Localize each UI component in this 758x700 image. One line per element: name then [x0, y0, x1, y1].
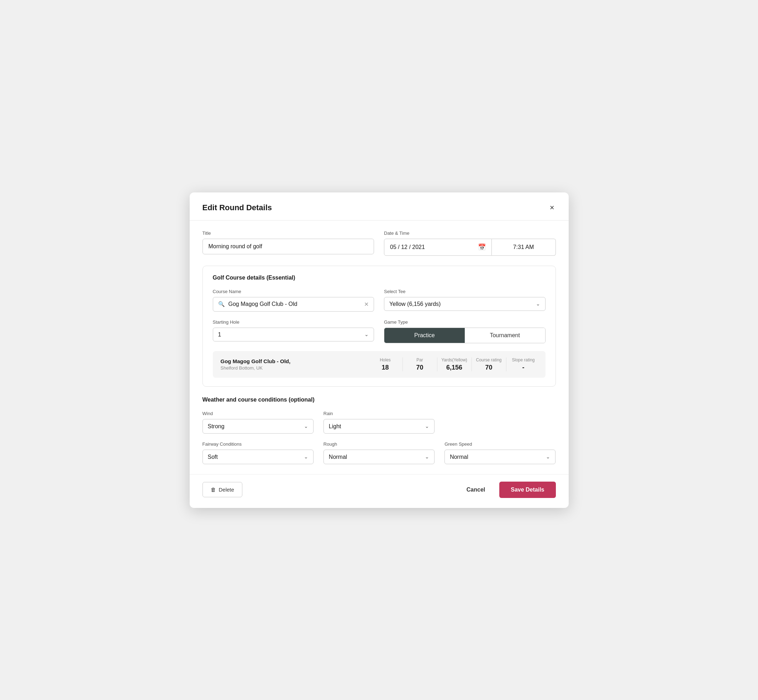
fairway-dropdown-wrapper[interactable]: Soft Normal Firm ⌄	[202, 450, 313, 464]
footer-right: Cancel Save Details	[461, 481, 556, 498]
fairway-group: Fairway Conditions Soft Normal Firm ⌄	[202, 441, 313, 464]
wind-rain-row: Wind Strong Light None ⌄ Rain Li	[202, 411, 556, 434]
yards-label: Yards(Yellow)	[441, 358, 467, 362]
rough-dropdown[interactable]: Normal Long Short	[329, 454, 422, 460]
course-name-col: Gog Magog Golf Club - Old, Shelford Bott…	[221, 358, 371, 370]
par-value: 70	[416, 364, 423, 371]
green-speed-group: Green Speed Normal Fast Slow ⌄	[445, 441, 556, 464]
wind-label: Wind	[202, 411, 313, 416]
starting-hole-label: Starting Hole	[213, 319, 374, 325]
rough-label: Rough	[324, 441, 434, 447]
rain-chevron-icon: ⌄	[425, 423, 429, 429]
select-tee-label: Select Tee	[384, 289, 545, 294]
chevron-down-icon: ⌄	[536, 301, 540, 306]
rain-label: Rain	[324, 411, 434, 416]
wind-chevron-icon: ⌄	[304, 423, 308, 429]
close-button[interactable]: ×	[548, 202, 556, 213]
rain-dropdown-wrapper[interactable]: Light None Heavy ⌄	[324, 419, 434, 434]
hole-gametype-row: Starting Hole 1 ⌄ Game Type Practice Tou…	[213, 319, 545, 343]
date-value: 05 / 12 / 2021	[390, 244, 478, 250]
rough-dropdown-wrapper[interactable]: Normal Long Short ⌄	[324, 450, 434, 464]
edit-round-modal: Edit Round Details × Title Date & Time 0…	[190, 192, 568, 508]
game-type-group: Game Type Practice Tournament	[384, 319, 545, 343]
wind-group: Wind Strong Light None ⌄	[202, 411, 313, 434]
fairway-dropdown[interactable]: Soft Normal Firm	[208, 454, 301, 460]
yards-stat: Yards(Yellow) 6,156	[440, 358, 469, 371]
course-name-label: Course Name	[213, 289, 374, 294]
divider-2	[437, 358, 437, 371]
trash-icon: 🗑	[211, 487, 216, 493]
modal-body: Title Date & Time 05 / 12 / 2021 📅 7:31 …	[190, 220, 568, 474]
time-value: 7:31 AM	[513, 244, 534, 250]
practice-button[interactable]: Practice	[384, 328, 465, 343]
course-name-group: Course Name 🔍 ✕	[213, 289, 374, 312]
course-rating-label: Course rating	[476, 358, 501, 362]
rain-group: Rain Light None Heavy ⌄	[324, 411, 434, 434]
golf-section-title: Golf Course details (Essential)	[213, 275, 545, 281]
starting-hole-dropdown[interactable]: 1	[218, 331, 365, 338]
slope-rating-stat: Slope rating -	[509, 358, 538, 371]
clear-icon[interactable]: ✕	[364, 301, 369, 308]
holes-value: 18	[382, 364, 388, 371]
par-stat: Par 70	[406, 358, 434, 371]
green-speed-dropdown[interactable]: Normal Fast Slow	[450, 454, 543, 460]
select-tee-wrapper[interactable]: Yellow (6,156 yards) ⌄	[384, 297, 545, 311]
holes-stat: Holes 18	[371, 358, 399, 371]
rain-dropdown[interactable]: Light None Heavy	[329, 423, 422, 429]
weather-section: Weather and course conditions (optional)…	[202, 397, 556, 464]
title-group: Title	[202, 230, 374, 256]
datetime-label: Date & Time	[384, 230, 556, 236]
wind-dropdown-wrapper[interactable]: Strong Light None ⌄	[202, 419, 313, 434]
title-label: Title	[202, 230, 374, 236]
course-name-main: Gog Magog Golf Club - Old,	[221, 358, 371, 364]
divider-1	[402, 358, 403, 371]
golf-course-section: Golf Course details (Essential) Course N…	[202, 266, 556, 387]
green-chevron-icon: ⌄	[546, 454, 550, 459]
rough-group: Rough Normal Long Short ⌄	[324, 441, 434, 464]
fairway-label: Fairway Conditions	[202, 441, 313, 447]
tournament-button[interactable]: Tournament	[465, 328, 545, 343]
starting-hole-wrapper[interactable]: 1 ⌄	[213, 328, 374, 341]
delete-label: Delete	[219, 487, 234, 493]
modal-title: Edit Round Details	[202, 203, 272, 212]
course-rating-stat: Course rating 70	[475, 358, 503, 371]
fairway-rough-green-row: Fairway Conditions Soft Normal Firm ⌄ Ro…	[202, 441, 556, 464]
select-tee-group: Select Tee Yellow (6,156 yards) ⌄	[384, 289, 545, 312]
game-type-toggle: Practice Tournament	[384, 328, 545, 343]
date-time-wrapper: 05 / 12 / 2021 📅 7:31 AM	[384, 239, 556, 256]
save-button[interactable]: Save Details	[499, 481, 556, 498]
course-name-input-wrapper[interactable]: 🔍 ✕	[213, 297, 374, 312]
time-input[interactable]: 7:31 AM	[492, 239, 556, 256]
cancel-button[interactable]: Cancel	[461, 483, 491, 497]
title-input[interactable]	[202, 239, 374, 254]
course-info-box: Gog Magog Golf Club - Old, Shelford Bott…	[213, 351, 545, 378]
datetime-group: Date & Time 05 / 12 / 2021 📅 7:31 AM	[384, 230, 556, 256]
wind-dropdown[interactable]: Strong Light None	[208, 423, 301, 429]
starting-hole-group: Starting Hole 1 ⌄	[213, 319, 374, 343]
par-label: Par	[417, 358, 423, 362]
modal-header: Edit Round Details ×	[190, 192, 568, 220]
rough-chevron-icon: ⌄	[425, 454, 429, 459]
course-location: Shelford Bottom, UK	[221, 365, 371, 370]
select-tee-dropdown[interactable]: Yellow (6,156 yards)	[389, 301, 536, 307]
course-tee-row: Course Name 🔍 ✕ Select Tee Yellow (6,156…	[213, 289, 545, 312]
course-rating-value: 70	[485, 364, 492, 371]
search-icon: 🔍	[218, 301, 225, 307]
green-speed-dropdown-wrapper[interactable]: Normal Fast Slow ⌄	[445, 450, 556, 464]
fairway-chevron-icon: ⌄	[304, 454, 308, 459]
modal-footer: 🗑 Delete Cancel Save Details	[190, 474, 568, 508]
game-type-label: Game Type	[384, 319, 545, 325]
delete-button[interactable]: 🗑 Delete	[202, 482, 242, 497]
calendar-icon: 📅	[478, 243, 486, 251]
divider-4	[506, 358, 506, 371]
title-datetime-row: Title Date & Time 05 / 12 / 2021 📅 7:31 …	[202, 230, 556, 256]
chevron-down-icon-hole: ⌄	[365, 331, 369, 337]
slope-rating-label: Slope rating	[512, 358, 534, 362]
slope-rating-value: -	[522, 364, 525, 371]
yards-value: 6,156	[446, 364, 462, 371]
weather-title: Weather and course conditions (optional)	[202, 397, 556, 403]
holes-label: Holes	[380, 358, 391, 362]
course-name-input[interactable]	[229, 301, 361, 307]
green-speed-label: Green Speed	[445, 441, 556, 447]
date-input[interactable]: 05 / 12 / 2021 📅	[384, 239, 492, 256]
